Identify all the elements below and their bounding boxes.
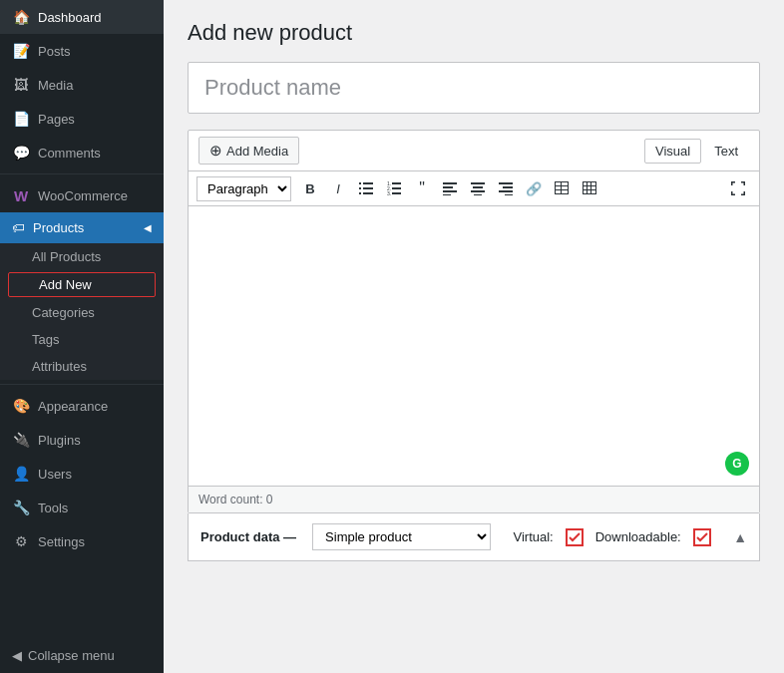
media-icon: 🖼 bbox=[12, 76, 30, 94]
submenu-all-products[interactable]: All Products bbox=[0, 243, 164, 270]
svg-rect-33 bbox=[583, 189, 596, 190]
svg-rect-23 bbox=[505, 194, 513, 195]
svg-rect-7 bbox=[392, 182, 401, 184]
fullscreen-button[interactable] bbox=[725, 175, 751, 201]
italic-button[interactable]: I bbox=[325, 175, 351, 201]
sidebar-item-label: Dashboard bbox=[38, 10, 102, 25]
sidebar-item-woocommerce[interactable]: W WooCommerce bbox=[0, 178, 164, 212]
sidebar-item-users[interactable]: 👤 Users bbox=[0, 457, 164, 491]
sidebar-item-label: Plugins bbox=[38, 433, 81, 448]
sidebar-item-label: Users bbox=[38, 467, 72, 482]
appearance-icon: 🎨 bbox=[12, 397, 30, 415]
sidebar-item-comments[interactable]: 💬 Comments bbox=[0, 136, 164, 169]
svg-rect-0 bbox=[359, 182, 361, 184]
svg-rect-3 bbox=[363, 187, 373, 189]
svg-rect-31 bbox=[583, 181, 596, 182]
pages-icon: 📄 bbox=[12, 110, 30, 128]
svg-rect-15 bbox=[443, 194, 451, 195]
product-type-select[interactable]: Simple product Variable product Grouped … bbox=[312, 523, 491, 550]
tab-text[interactable]: Text bbox=[703, 139, 749, 164]
svg-text:3.: 3. bbox=[387, 190, 391, 195]
svg-rect-16 bbox=[471, 182, 485, 184]
svg-rect-9 bbox=[392, 187, 401, 189]
products-icon: 🏷 bbox=[12, 220, 25, 235]
sidebar-item-settings[interactable]: ⚙ Settings bbox=[0, 524, 164, 558]
svg-rect-28 bbox=[555, 181, 556, 194]
svg-rect-30 bbox=[568, 181, 569, 194]
svg-rect-13 bbox=[443, 186, 453, 188]
align-left-button[interactable] bbox=[437, 175, 463, 201]
sidebar-item-pages[interactable]: 📄 Pages bbox=[0, 102, 164, 136]
virtual-checkbox[interactable] bbox=[566, 528, 584, 546]
svg-rect-29 bbox=[561, 181, 562, 194]
editor-content-area[interactable]: G bbox=[189, 206, 759, 486]
insert-row-button[interactable] bbox=[549, 175, 575, 201]
sidebar-divider bbox=[0, 173, 164, 174]
svg-rect-5 bbox=[363, 192, 373, 194]
blockquote-button[interactable]: " bbox=[409, 175, 435, 201]
sidebar-item-tools[interactable]: 🔧 Tools bbox=[0, 491, 164, 524]
svg-rect-35 bbox=[583, 181, 584, 194]
sidebar-item-label: Settings bbox=[38, 534, 85, 549]
plugins-icon: 🔌 bbox=[12, 431, 30, 449]
submenu-attributes[interactable]: Attributes bbox=[0, 353, 164, 380]
bold-button[interactable]: B bbox=[297, 175, 323, 201]
collapse-icon: ◀ bbox=[12, 648, 22, 663]
svg-rect-17 bbox=[473, 186, 483, 188]
sidebar-item-label: Appearance bbox=[38, 399, 108, 414]
main-content: Add new product ⊕ Add Media Visual Text … bbox=[164, 0, 784, 673]
align-right-button[interactable] bbox=[493, 175, 519, 201]
visual-text-tabs: Visual Text bbox=[644, 139, 749, 164]
sidebar: 🏠 Dashboard 📝 Posts 🖼 Media 📄 Pages 💬 Co… bbox=[0, 0, 164, 673]
svg-rect-4 bbox=[359, 192, 361, 194]
svg-rect-38 bbox=[595, 181, 596, 194]
svg-rect-2 bbox=[359, 187, 361, 189]
collapse-menu-button[interactable]: ◀ Collapse menu bbox=[0, 638, 164, 673]
word-count-bar: Word count: 0 bbox=[189, 486, 759, 512]
sidebar-item-dashboard[interactable]: 🏠 Dashboard bbox=[0, 0, 164, 34]
svg-rect-32 bbox=[583, 185, 596, 186]
sidebar-item-label: Comments bbox=[38, 146, 101, 161]
virtual-label: Virtual: bbox=[513, 529, 553, 544]
tools-icon: 🔧 bbox=[12, 499, 30, 516]
svg-rect-20 bbox=[499, 182, 513, 184]
submenu-add-new[interactable]: Add New bbox=[8, 272, 156, 297]
submenu-tags[interactable]: Tags bbox=[0, 326, 164, 353]
sidebar-item-posts[interactable]: 📝 Posts bbox=[0, 34, 164, 68]
format-toolbar: Paragraph B I 1.2.3. " 🔗 bbox=[189, 171, 759, 206]
word-count-text: Word count: 0 bbox=[198, 493, 272, 506]
product-data-collapse-icon[interactable]: ▲ bbox=[733, 529, 747, 545]
align-center-button[interactable] bbox=[465, 175, 491, 201]
insert-table-button[interactable] bbox=[577, 175, 602, 201]
submenu-categories[interactable]: Categories bbox=[0, 299, 164, 326]
svg-rect-37 bbox=[590, 181, 591, 194]
sidebar-item-label: Products bbox=[33, 220, 84, 235]
paragraph-select[interactable]: Paragraph bbox=[196, 176, 291, 201]
woocommerce-icon: W bbox=[12, 186, 30, 204]
unordered-list-button[interactable] bbox=[353, 175, 379, 201]
svg-rect-12 bbox=[443, 182, 457, 184]
tab-visual[interactable]: Visual bbox=[644, 139, 701, 164]
svg-rect-22 bbox=[499, 190, 513, 192]
sidebar-item-products[interactable]: 🏷 Products ◀ bbox=[0, 212, 164, 243]
sidebar-item-label: Tools bbox=[38, 501, 68, 515]
svg-rect-18 bbox=[471, 190, 485, 192]
svg-rect-11 bbox=[392, 192, 401, 194]
ordered-list-button[interactable]: 1.2.3. bbox=[381, 175, 407, 201]
product-name-input[interactable] bbox=[188, 62, 760, 114]
add-media-label: Add Media bbox=[226, 144, 288, 159]
sidebar-item-plugins[interactable]: 🔌 Plugins bbox=[0, 423, 164, 457]
product-data-label: Product data — bbox=[200, 529, 296, 544]
sidebar-item-label: Media bbox=[38, 78, 73, 93]
svg-rect-19 bbox=[474, 194, 482, 195]
add-media-button[interactable]: ⊕ Add Media bbox=[198, 137, 299, 165]
products-submenu: All Products Add New Categories Tags Att… bbox=[0, 243, 164, 380]
link-button[interactable]: 🔗 bbox=[521, 175, 547, 201]
add-media-icon: ⊕ bbox=[209, 142, 222, 160]
page-title: Add new product bbox=[188, 20, 760, 46]
svg-rect-21 bbox=[503, 186, 513, 188]
collapse-label: Collapse menu bbox=[28, 648, 115, 663]
sidebar-item-appearance[interactable]: 🎨 Appearance bbox=[0, 389, 164, 423]
sidebar-item-media[interactable]: 🖼 Media bbox=[0, 68, 164, 102]
downloadable-checkbox[interactable] bbox=[693, 528, 711, 546]
